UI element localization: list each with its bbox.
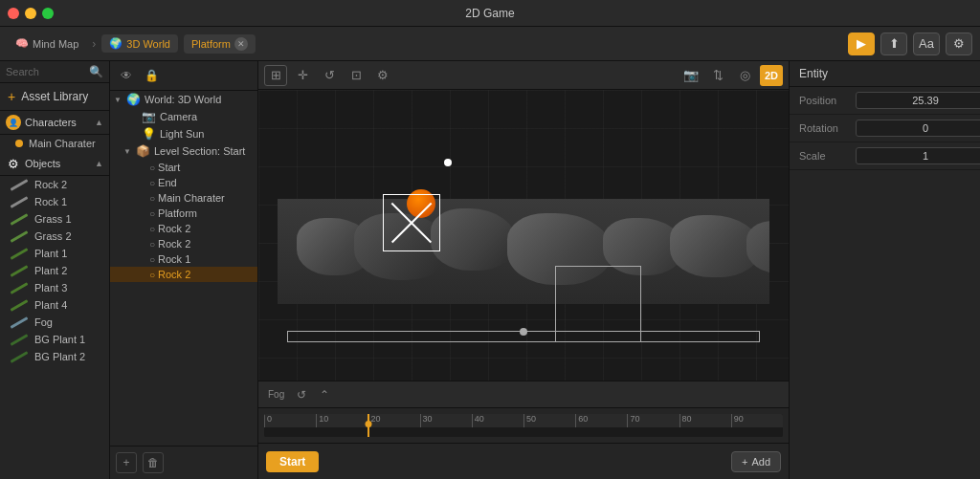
timeline-collapse-button[interactable]: ⌃ — [315, 385, 334, 404]
sidebar-item-rock1[interactable]: Rock 1 — [0, 193, 109, 210]
viewport-canvas[interactable] — [258, 90, 789, 381]
tree-item-platform[interactable]: ○ Platform — [110, 206, 257, 221]
node-circle-icon-4: ○ — [149, 208, 155, 219]
sidebar-item-rock2-a[interactable]: Rock 2 — [0, 176, 109, 193]
tree-item-start[interactable]: ○ Start — [110, 160, 257, 175]
add-label: Add — [751, 456, 770, 468]
sidebar-item-bg-plant2[interactable]: BG Plant 2 — [0, 348, 109, 365]
rewind-button[interactable]: ↺ — [292, 385, 311, 404]
timeline: Fog ↺ ⌃ 0 10 20 30 — [258, 381, 789, 443]
tree-item-light[interactable]: 💡 Light Sun — [110, 125, 257, 142]
viewport-toolbar: ⊞ ✛ ↺ ⊡ ⚙ 📷 ⇅ ◎ 2D — [258, 61, 789, 90]
ruler-bg: 0 10 20 30 40 50 60 70 80 90 — [264, 414, 783, 437]
window-title: 2D Game — [465, 7, 514, 20]
share-icon: ⬆ — [889, 36, 900, 51]
tree-item-rock1[interactable]: ○ Rock 1 — [110, 251, 257, 267]
position-row: Position — [790, 87, 980, 115]
rotation-row: Rotation — [790, 115, 980, 142]
timeline-toolbar: Fog ↺ ⌃ — [258, 381, 789, 408]
camera-icon: 📷 — [142, 110, 157, 123]
scale-row: Scale — [790, 142, 980, 170]
selection-cross — [384, 195, 439, 250]
position-x-input[interactable] — [856, 92, 980, 109]
node-circle-icon-6: ○ — [149, 239, 155, 250]
add-button[interactable]: + Add — [731, 451, 781, 472]
breadcrumb-arrow: › — [92, 37, 96, 51]
node-circle-icon-3: ○ — [149, 193, 155, 204]
gear-icon: ⚙ — [953, 36, 965, 51]
world-tab[interactable]: 🌍 3D World — [101, 34, 178, 53]
toggle-button[interactable]: ⇅ — [706, 65, 729, 86]
settings-button[interactable]: ⚙ — [946, 33, 972, 55]
minimize-button[interactable] — [25, 8, 36, 19]
share-button[interactable]: ⬆ — [880, 33, 907, 55]
close-button[interactable] — [8, 8, 19, 19]
tree-item-rock2-b[interactable]: ○ Rock 2 — [110, 236, 257, 251]
delete-node-button[interactable]: 🗑 — [143, 452, 164, 473]
play-button[interactable]: ▶ — [848, 33, 875, 55]
sidebar-item-bg-plant1[interactable]: BG Plant 1 — [0, 331, 109, 348]
add-node-button[interactable]: + — [116, 452, 137, 473]
tree-item-rock2-a[interactable]: ○ Rock 2 — [110, 221, 257, 236]
rotation-x-input[interactable] — [856, 120, 980, 137]
camera-view-button[interactable]: 📷 — [679, 65, 702, 86]
search-input[interactable] — [6, 66, 85, 77]
plus-icon: + — [8, 89, 15, 104]
node-circle-icon-7: ○ — [149, 254, 155, 265]
tree-item-world[interactable]: ▼ 🌍 World: 3D World — [110, 91, 257, 108]
section-expand-arrow: ▼ — [123, 147, 133, 156]
playhead — [368, 414, 369, 437]
tick-90: 90 — [731, 414, 744, 427]
sidebar-item-fog[interactable]: Fog — [0, 314, 109, 331]
node-circle-icon-5: ○ — [149, 224, 155, 234]
world-tree-icon: 🌍 — [126, 93, 142, 106]
traffic-lights[interactable] — [8, 8, 54, 19]
bg-plant-icon-2 — [11, 351, 29, 363]
left-sidebar: 🔍 + Asset Library 👤 Characters ▲ Main Ch… — [0, 61, 110, 479]
objects-section-header[interactable]: ⚙ Objects ▲ — [0, 152, 109, 176]
scale-tool[interactable]: ⊡ — [345, 65, 368, 86]
snap-tool[interactable]: ⚙ — [371, 65, 394, 86]
close-tab-button[interactable]: ✕ — [234, 37, 248, 51]
sidebar-item-plant1[interactable]: Plant 1 — [0, 245, 109, 262]
timeline-ruler[interactable]: 0 10 20 30 40 50 60 70 80 90 — [264, 414, 783, 437]
sidebar-item-grass2[interactable]: Grass 2 — [0, 228, 109, 245]
font-button[interactable]: Aa — [913, 33, 940, 55]
sidebar-item-plant2[interactable]: Plant 2 — [0, 262, 109, 279]
tick-60: 60 — [575, 414, 588, 427]
plant-icon-3 — [11, 282, 29, 294]
node-circle-icon: ○ — [149, 163, 155, 173]
lock-button[interactable]: 🔒 — [141, 65, 162, 86]
sidebar-item-plant3[interactable]: Plant 3 — [0, 279, 109, 296]
world-icon: 🌍 — [109, 37, 122, 50]
platform-tab[interactable]: Platform ✕ — [184, 34, 256, 54]
eye-button[interactable]: 👁 — [116, 65, 137, 86]
start-button[interactable]: Start — [266, 451, 319, 472]
select-tool[interactable]: ⊞ — [264, 65, 287, 86]
mindmap-tab[interactable]: 🧠 Mind Map — [8, 34, 86, 53]
move-tool[interactable]: ✛ — [291, 65, 314, 86]
sidebar-item-plant4[interactable]: Plant 4 — [0, 296, 109, 314]
node-circle-icon-selected: ○ — [149, 270, 155, 280]
scale-x-input[interactable] — [856, 147, 980, 164]
sidebar-item-grass1[interactable]: Grass 1 — [0, 210, 109, 228]
grass-icon — [11, 213, 29, 226]
maximize-button[interactable] — [42, 8, 54, 19]
characters-section-header[interactable]: 👤 Characters ▲ — [0, 111, 109, 135]
scale-label: Scale — [799, 150, 852, 162]
target-button[interactable]: ◎ — [733, 65, 756, 86]
tick-30: 30 — [420, 414, 433, 427]
tree-item-level-section[interactable]: ▼ 📦 Level Section: Start — [110, 142, 257, 160]
tree-item-camera[interactable]: 📷 Camera — [110, 108, 257, 125]
mindmap-icon: 🧠 — [15, 37, 29, 50]
2d-mode-button[interactable]: 2D — [760, 65, 783, 86]
viewport: ⊞ ✛ ↺ ⊡ ⚙ 📷 ⇅ ◎ 2D — [258, 61, 789, 479]
star-point — [444, 159, 452, 166]
asset-library-button[interactable]: + Asset Library — [0, 83, 109, 111]
tree-item-end[interactable]: ○ End — [110, 175, 257, 190]
rotate-tool[interactable]: ↺ — [318, 65, 341, 86]
sidebar-item-main-charater[interactable]: Main Charater — [0, 135, 109, 152]
tree-item-main-charater[interactable]: ○ Main Charater — [110, 190, 257, 206]
asset-library-label: Asset Library — [21, 90, 88, 103]
tree-item-rock2-selected[interactable]: ○ Rock 2 — [110, 267, 257, 282]
